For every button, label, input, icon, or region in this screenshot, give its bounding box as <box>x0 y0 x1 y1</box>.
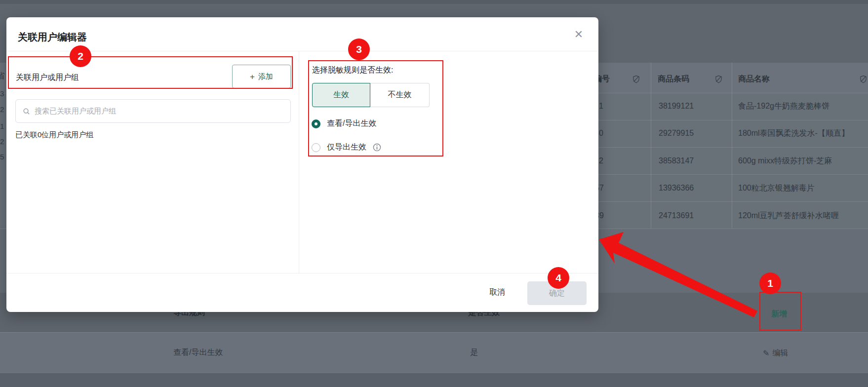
modal-title: 关联用户编辑器 <box>18 31 87 44</box>
annotation-badge-2: 2 <box>70 45 91 67</box>
divider <box>598 120 868 120</box>
cell-num: 1 <box>599 102 603 110</box>
cell-name: 食品-192g牛奶燕麦脆棒饼 <box>738 102 829 110</box>
active-cell: 是 <box>470 348 478 356</box>
edit-icon: ✎ <box>763 348 769 358</box>
column-divider <box>651 63 651 229</box>
cell-name: 120ml豆乳芦荟舒缓补水啫喱 <box>738 212 839 220</box>
modal-header-divider <box>6 51 598 51</box>
search-icon <box>23 108 30 115</box>
close-icon[interactable]: ✕ <box>571 27 586 42</box>
edit-label: 编辑 <box>772 348 788 358</box>
cell-barcode: 38199121 <box>659 102 694 110</box>
cell-name: 600g mixx特级苏打饼-芝麻 <box>738 157 832 165</box>
page-top-strip <box>0 0 868 4</box>
column-divider <box>732 63 732 229</box>
divider <box>0 332 868 333</box>
sliver-fragment: 5 <box>0 153 4 160</box>
rule-table-next-row <box>0 373 868 387</box>
cell-barcode: 38583147 <box>659 157 694 165</box>
shield-slash-icon[interactable] <box>632 75 640 83</box>
cell-barcode: 29279915 <box>659 129 694 137</box>
sliver-header-fragment: 省 <box>0 72 5 80</box>
divider <box>0 373 868 373</box>
modal-footer-divider <box>6 273 598 273</box>
shield-slash-icon[interactable] <box>859 75 868 83</box>
cell-name: 180ml泰国飘柔洗发水-【顺直】 <box>738 129 849 137</box>
divider <box>598 201 868 202</box>
annotation-box-effective-options <box>308 60 443 156</box>
sliver-fragment: 2 <box>0 106 4 113</box>
annotation-badge-3: 3 <box>348 39 370 60</box>
modal-panel-divider <box>299 51 299 273</box>
annotation-badge-4: 4 <box>548 267 569 289</box>
rule-table-row <box>0 332 868 373</box>
search-input[interactable]: 搜索已关联用户或用户组 <box>15 99 291 123</box>
cell-name: 100粒北京银翘解毒片 <box>738 184 815 192</box>
cell-num: 2 <box>599 157 603 165</box>
annotation-box-add-new <box>759 292 801 331</box>
annotation-box-associate-users <box>8 56 293 89</box>
sliver-fragment: 2 <box>0 138 4 145</box>
search-placeholder: 搜索已关联用户或用户组 <box>35 107 116 116</box>
screen: 编号 商品条码 商品名称 1 38199121 食品-192g牛奶燕麦脆棒饼 3… <box>0 0 868 387</box>
cancel-button[interactable]: 取消 <box>475 280 519 304</box>
sliver-fragment: 3 <box>0 90 4 97</box>
edit-button[interactable]: ✎ 编辑 <box>763 348 788 358</box>
cell-barcode: 13936366 <box>659 184 694 192</box>
annotation-badge-1: 1 <box>759 272 781 294</box>
associated-count-text: 已关联0位用户或用户组 <box>15 130 93 140</box>
column-header-name: 商品名称 <box>738 75 770 83</box>
divider <box>598 174 868 175</box>
cell-barcode: 24713691 <box>659 212 694 220</box>
shield-slash-icon[interactable] <box>714 75 723 83</box>
rule-cell: 查看/导出生效 <box>173 348 223 356</box>
column-header-barcode: 商品条码 <box>658 75 689 83</box>
sliver-fragment: 1 <box>0 122 4 130</box>
divider <box>598 147 868 148</box>
